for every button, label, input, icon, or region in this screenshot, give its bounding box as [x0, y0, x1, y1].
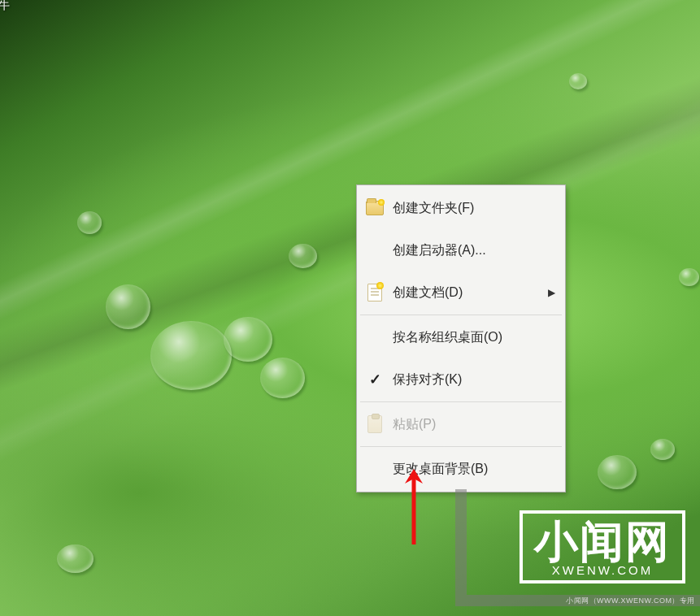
menu-item-create-folder[interactable]: 创建文件夹(F)	[359, 187, 563, 229]
water-drop	[106, 284, 150, 329]
menu-item-create-document[interactable]: 创建文档(D) ▶	[359, 271, 563, 314]
menu-separator	[360, 401, 562, 402]
water-drop	[289, 244, 317, 268]
blank-icon	[365, 328, 385, 347]
blank-icon	[365, 241, 385, 260]
menu-item-keep-aligned[interactable]: ✓ 保持对齐(K)	[359, 358, 563, 401]
menu-label: 创建启动器(A)...	[393, 242, 555, 259]
folder-new-icon	[365, 198, 385, 218]
paste-icon	[365, 414, 385, 434]
desktop-icon-label-partial: 牛	[0, 0, 10, 13]
menu-item-create-launcher[interactable]: 创建启动器(A)...	[359, 229, 563, 271]
menu-item-organize-by-name[interactable]: 按名称组织桌面(O)	[359, 316, 563, 358]
menu-separator	[360, 315, 562, 315]
water-drop	[679, 268, 699, 286]
water-drop	[650, 439, 675, 460]
water-drop	[224, 317, 272, 362]
menu-label: 保持对齐(K)	[393, 371, 555, 388]
menu-item-change-background[interactable]: 更改桌面背景(B)	[359, 448, 563, 490]
menu-label: 更改桌面背景(B)	[393, 461, 555, 478]
watermark-title-en: XWENW.COM	[534, 563, 671, 577]
water-drop	[569, 73, 587, 89]
watermark-bottom-strip: 小闻网（WWW.XWENW.COM）专用	[455, 595, 700, 606]
menu-label: 创建文档(D)	[393, 284, 548, 301]
water-drop	[598, 455, 637, 489]
watermark-title-cn: 小闻网	[534, 518, 671, 565]
watermark-side-strip	[455, 489, 467, 595]
checkmark-icon: ✓	[365, 370, 385, 389]
blank-icon	[365, 459, 385, 479]
desktop-context-menu: 创建文件夹(F) 创建启动器(A)... 创建文档(D) ▶ 按名称组织桌面(O…	[356, 184, 566, 492]
menu-label: 按名称组织桌面(O)	[393, 329, 555, 346]
menu-label: 粘贴(P)	[393, 416, 555, 433]
water-drop	[57, 544, 93, 573]
menu-item-paste: 粘贴(P)	[359, 403, 563, 445]
water-drop	[150, 321, 232, 390]
watermark-badge: 小闻网 XWENW.COM	[520, 510, 685, 583]
submenu-arrow-icon: ▶	[548, 287, 555, 298]
menu-separator	[360, 446, 562, 447]
menu-label: 创建文件夹(F)	[393, 200, 555, 217]
document-new-icon	[365, 283, 385, 302]
water-drop	[77, 211, 102, 234]
water-drop	[260, 358, 305, 398]
